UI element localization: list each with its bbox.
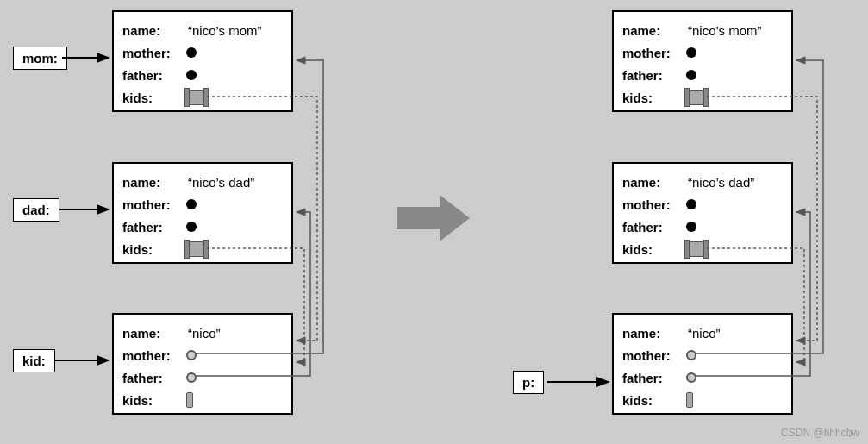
field-mother: mother:: [122, 46, 183, 60]
field-kids: kids:: [122, 91, 183, 105]
kid-name: “nico”: [183, 326, 221, 341]
var-kid: kid:: [13, 349, 55, 372]
ptr-dot-icon: [186, 372, 197, 383]
field-name: name:: [122, 23, 183, 38]
vector-icon: [184, 88, 209, 107]
transition-arrow-icon: [397, 195, 470, 241]
watermark: CSDN @hhhcbw: [781, 427, 859, 439]
svg-rect-3: [397, 207, 440, 229]
obj-kid-left: name:“nico” mother: father: kids:: [112, 313, 293, 415]
obj-dad-left: name:“nico’s dad” mother: father: kids:: [112, 162, 293, 264]
obj-mom-left: name:“nico’s mom” mother: father: kids:: [112, 10, 293, 112]
var-dad: dad:: [13, 198, 59, 222]
mom-name: “nico’s mom”: [183, 23, 262, 38]
empty-vector-icon: [186, 392, 193, 408]
null-dot-icon: [186, 70, 197, 80]
null-dot-icon: [186, 199, 197, 209]
null-dot-icon: [186, 222, 197, 232]
ptr-dot-icon: [186, 350, 197, 360]
obj-dad-right: name:“nico’s dad” mother: father: kids:: [612, 162, 793, 264]
dad-name: “nico’s dad”: [183, 175, 254, 190]
obj-kid-right: name:“nico” mother: father: kids:: [612, 313, 793, 415]
var-p: p:: [513, 371, 544, 394]
field-father: father:: [122, 68, 183, 83]
null-dot-icon: [186, 47, 197, 58]
var-mom: mom:: [13, 47, 67, 70]
vector-icon: [184, 240, 209, 259]
obj-mom-right: name:“nico’s mom” mother: father: kids:: [612, 10, 793, 112]
